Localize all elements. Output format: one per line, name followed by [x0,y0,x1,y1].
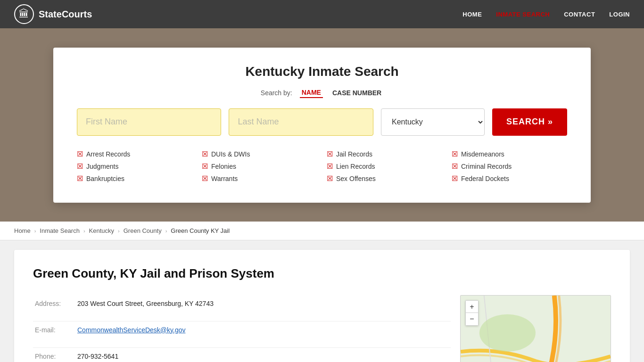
check-icon: ☒ [202,162,208,171]
facility-title: Green County, KY Jail and Prison System [33,266,611,281]
nav: HOME INMATE SEARCH CONTACT LOGIN [462,11,630,18]
feature-item: ☒Felonies [202,161,317,172]
content-card: Green County, KY Jail and Prison System … [14,250,630,362]
nav-inmate-search[interactable]: INMATE SEARCH [496,11,550,18]
breadcrumb-separator: › [165,228,167,234]
feature-item: ☒Sex Offenses [327,173,442,184]
feature-label: Arrest Records [86,150,130,158]
features-grid: ☒Arrest Records☒DUIs & DWIs☒Jail Records… [77,149,567,184]
feature-label: DUIs & DWIs [211,150,250,158]
feature-label: Bankruptcies [86,175,124,182]
email-link[interactable]: CommonwealthServiceDesk@ky.gov [77,326,185,334]
nav-contact[interactable]: CONTACT [564,11,595,18]
check-icon: ☒ [327,174,333,183]
svg-point-1 [479,314,536,352]
check-icon: ☒ [77,150,83,158]
feature-item: ☒Jail Records [327,149,442,159]
check-icon: ☒ [77,162,83,171]
address-value: 203 West Court Street, Greensburg, KY 42… [75,295,451,321]
search-title: Kentucky Inmate Search [77,64,567,79]
feature-item: ☒Misdemeanors [452,149,567,159]
last-name-input[interactable] [229,108,373,136]
info-table: Address: 203 West Court Street, Greensbu… [33,295,451,362]
nav-login[interactable]: LOGIN [609,11,630,18]
tab-case-number[interactable]: CASE NUMBER [330,88,383,98]
address-row: Address: 203 West Court Street, Greensbu… [33,295,451,321]
logo-icon: 🏛 [14,4,34,24]
breadcrumb-separator: › [83,228,85,234]
phone-value: 270-932-5641 [75,347,451,362]
breadcrumb-current: Green County KY Jail [171,227,230,234]
search-inputs-row: Kentucky Alabama Alaska Arizona Arkansas… [77,108,567,136]
nav-home[interactable]: HOME [462,11,482,18]
check-icon: ☒ [327,150,333,158]
map-svg [461,296,611,362]
check-icon: ☒ [452,150,458,158]
breadcrumb-link[interactable]: Green County [124,227,162,234]
search-button[interactable]: SEARCH » [492,108,567,136]
map-zoom-in[interactable]: + [466,301,478,313]
map-area: + − [460,295,611,362]
search-by-row: Search by: NAME CASE NUMBER [77,88,567,98]
feature-label: Sex Offenses [336,175,376,182]
email-value: CommonwealthServiceDesk@ky.gov [75,321,451,347]
hero-section: COURTHOUSE Kentucky Inmate Search Search… [0,28,644,222]
feature-label: Jail Records [336,150,372,158]
feature-label: Lien Records [336,163,375,170]
feature-label: Felonies [211,163,236,170]
check-icon: ☒ [327,162,333,171]
feature-label: Criminal Records [461,163,512,170]
feature-item: ☒Arrest Records [77,149,192,159]
main-content: Green County, KY Jail and Prison System … [0,240,644,362]
logo[interactable]: 🏛 StateCourts [14,4,92,24]
breadcrumb-link[interactable]: Home [14,227,31,234]
feature-item: ☒Lien Records [327,161,442,172]
map-controls: + − [465,300,479,326]
feature-item: ☒DUIs & DWIs [202,149,317,159]
feature-item: ☒Warrants [202,173,317,184]
tab-name[interactable]: NAME [300,88,323,98]
state-select[interactable]: Kentucky Alabama Alaska Arizona Arkansas… [381,108,485,136]
address-label: Address: [33,295,75,321]
header: 🏛 StateCourts HOME INMATE SEARCH CONTACT… [0,0,644,28]
feature-item: ☒Criminal Records [452,161,567,172]
feature-label: Misdemeanors [461,150,504,158]
phone-label: Phone: [33,347,75,362]
feature-item: ☒Federal Dockets [452,173,567,184]
email-label: E-mail: [33,321,75,347]
search-card: Kentucky Inmate Search Search by: NAME C… [53,48,591,203]
breadcrumb: Home›Inmate Search›Kentucky›Green County… [0,222,644,240]
first-name-input[interactable] [77,108,221,136]
map-zoom-out[interactable]: − [466,313,478,325]
check-icon: ☒ [202,150,208,158]
check-icon: ☒ [77,174,83,183]
breadcrumb-link[interactable]: Kentucky [89,227,114,234]
feature-item: ☒Bankruptcies [77,173,192,184]
feature-item: ☒Judgments [77,161,192,172]
check-icon: ☒ [452,174,458,183]
breadcrumb-separator: › [34,228,36,234]
logo-text: StateCourts [39,9,92,20]
check-icon: ☒ [452,162,458,171]
phone-row: Phone: 270-932-5641 [33,347,451,362]
breadcrumb-separator: › [118,228,120,234]
feature-label: Federal Dockets [461,175,509,182]
breadcrumb-link[interactable]: Inmate Search [40,227,80,234]
facility-info: Address: 203 West Court Street, Greensbu… [33,295,611,362]
feature-label: Warrants [211,175,238,182]
feature-label: Judgments [86,163,118,170]
email-row: E-mail: CommonwealthServiceDesk@ky.gov [33,321,451,347]
check-icon: ☒ [202,174,208,183]
search-by-label: Search by: [261,89,292,97]
